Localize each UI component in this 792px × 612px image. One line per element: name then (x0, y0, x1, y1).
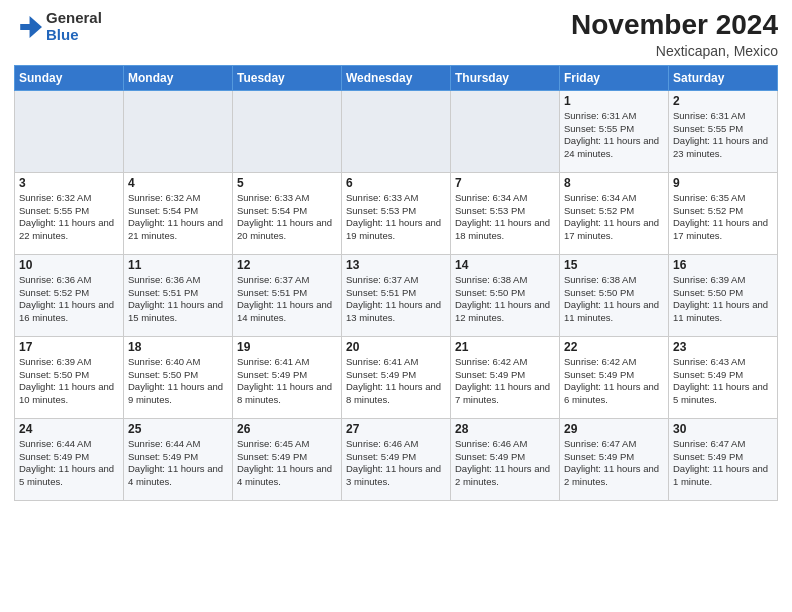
calendar-cell: 16Sunrise: 6:39 AMSunset: 5:50 PMDayligh… (669, 254, 778, 336)
day-number: 1 (564, 94, 664, 108)
calendar-cell: 28Sunrise: 6:46 AMSunset: 5:49 PMDayligh… (451, 418, 560, 500)
day-number: 30 (673, 422, 773, 436)
calendar-cell: 1Sunrise: 6:31 AMSunset: 5:55 PMDaylight… (560, 90, 669, 172)
svg-marker-0 (20, 16, 42, 38)
day-info: Sunrise: 6:32 AMSunset: 5:55 PMDaylight:… (19, 192, 119, 243)
day-info: Sunrise: 6:36 AMSunset: 5:51 PMDaylight:… (128, 274, 228, 325)
calendar-cell: 12Sunrise: 6:37 AMSunset: 5:51 PMDayligh… (233, 254, 342, 336)
day-info: Sunrise: 6:35 AMSunset: 5:52 PMDaylight:… (673, 192, 773, 243)
logo-text: General Blue (46, 10, 102, 43)
day-info: Sunrise: 6:39 AMSunset: 5:50 PMDaylight:… (19, 356, 119, 407)
day-info: Sunrise: 6:37 AMSunset: 5:51 PMDaylight:… (237, 274, 337, 325)
day-header-monday: Monday (124, 65, 233, 90)
calendar-cell: 4Sunrise: 6:32 AMSunset: 5:54 PMDaylight… (124, 172, 233, 254)
day-info: Sunrise: 6:37 AMSunset: 5:51 PMDaylight:… (346, 274, 446, 325)
day-info: Sunrise: 6:31 AMSunset: 5:55 PMDaylight:… (564, 110, 664, 161)
day-headers-row: SundayMondayTuesdayWednesdayThursdayFrid… (15, 65, 778, 90)
day-number: 5 (237, 176, 337, 190)
calendar-cell: 2Sunrise: 6:31 AMSunset: 5:55 PMDaylight… (669, 90, 778, 172)
day-number: 24 (19, 422, 119, 436)
day-number: 6 (346, 176, 446, 190)
calendar-cell: 15Sunrise: 6:38 AMSunset: 5:50 PMDayligh… (560, 254, 669, 336)
week-row-4: 17Sunrise: 6:39 AMSunset: 5:50 PMDayligh… (15, 336, 778, 418)
week-row-5: 24Sunrise: 6:44 AMSunset: 5:49 PMDayligh… (15, 418, 778, 500)
day-number: 9 (673, 176, 773, 190)
day-number: 25 (128, 422, 228, 436)
day-info: Sunrise: 6:36 AMSunset: 5:52 PMDaylight:… (19, 274, 119, 325)
day-info: Sunrise: 6:44 AMSunset: 5:49 PMDaylight:… (19, 438, 119, 489)
week-row-1: 1Sunrise: 6:31 AMSunset: 5:55 PMDaylight… (15, 90, 778, 172)
calendar-cell (342, 90, 451, 172)
calendar-cell: 24Sunrise: 6:44 AMSunset: 5:49 PMDayligh… (15, 418, 124, 500)
calendar: SundayMondayTuesdayWednesdayThursdayFrid… (14, 65, 778, 501)
day-number: 13 (346, 258, 446, 272)
day-info: Sunrise: 6:33 AMSunset: 5:54 PMDaylight:… (237, 192, 337, 243)
day-number: 22 (564, 340, 664, 354)
calendar-cell: 17Sunrise: 6:39 AMSunset: 5:50 PMDayligh… (15, 336, 124, 418)
day-info: Sunrise: 6:41 AMSunset: 5:49 PMDaylight:… (346, 356, 446, 407)
day-info: Sunrise: 6:47 AMSunset: 5:49 PMDaylight:… (564, 438, 664, 489)
day-info: Sunrise: 6:34 AMSunset: 5:52 PMDaylight:… (564, 192, 664, 243)
day-info: Sunrise: 6:31 AMSunset: 5:55 PMDaylight:… (673, 110, 773, 161)
day-number: 27 (346, 422, 446, 436)
calendar-cell (233, 90, 342, 172)
day-number: 29 (564, 422, 664, 436)
calendar-cell: 8Sunrise: 6:34 AMSunset: 5:52 PMDaylight… (560, 172, 669, 254)
day-info: Sunrise: 6:33 AMSunset: 5:53 PMDaylight:… (346, 192, 446, 243)
day-number: 8 (564, 176, 664, 190)
week-row-2: 3Sunrise: 6:32 AMSunset: 5:55 PMDaylight… (15, 172, 778, 254)
day-number: 4 (128, 176, 228, 190)
logo-general-text: General (46, 9, 102, 26)
calendar-cell: 19Sunrise: 6:41 AMSunset: 5:49 PMDayligh… (233, 336, 342, 418)
calendar-cell: 20Sunrise: 6:41 AMSunset: 5:49 PMDayligh… (342, 336, 451, 418)
day-number: 21 (455, 340, 555, 354)
calendar-cell (451, 90, 560, 172)
day-info: Sunrise: 6:46 AMSunset: 5:49 PMDaylight:… (455, 438, 555, 489)
calendar-cell: 5Sunrise: 6:33 AMSunset: 5:54 PMDaylight… (233, 172, 342, 254)
day-header-friday: Friday (560, 65, 669, 90)
calendar-cell: 25Sunrise: 6:44 AMSunset: 5:49 PMDayligh… (124, 418, 233, 500)
day-number: 19 (237, 340, 337, 354)
day-number: 12 (237, 258, 337, 272)
calendar-cell: 21Sunrise: 6:42 AMSunset: 5:49 PMDayligh… (451, 336, 560, 418)
day-number: 15 (564, 258, 664, 272)
page: General Blue November 2024 Nexticapan, M… (0, 0, 792, 612)
day-number: 17 (19, 340, 119, 354)
day-number: 14 (455, 258, 555, 272)
day-header-wednesday: Wednesday (342, 65, 451, 90)
day-number: 2 (673, 94, 773, 108)
title-area: November 2024 Nexticapan, Mexico (571, 10, 778, 59)
header: General Blue November 2024 Nexticapan, M… (14, 10, 778, 59)
calendar-cell: 9Sunrise: 6:35 AMSunset: 5:52 PMDaylight… (669, 172, 778, 254)
day-number: 18 (128, 340, 228, 354)
day-info: Sunrise: 6:40 AMSunset: 5:50 PMDaylight:… (128, 356, 228, 407)
calendar-cell: 29Sunrise: 6:47 AMSunset: 5:49 PMDayligh… (560, 418, 669, 500)
day-info: Sunrise: 6:32 AMSunset: 5:54 PMDaylight:… (128, 192, 228, 243)
day-number: 26 (237, 422, 337, 436)
day-number: 16 (673, 258, 773, 272)
day-number: 3 (19, 176, 119, 190)
day-header-thursday: Thursday (451, 65, 560, 90)
calendar-cell: 11Sunrise: 6:36 AMSunset: 5:51 PMDayligh… (124, 254, 233, 336)
calendar-cell: 22Sunrise: 6:42 AMSunset: 5:49 PMDayligh… (560, 336, 669, 418)
day-header-sunday: Sunday (15, 65, 124, 90)
day-number: 28 (455, 422, 555, 436)
calendar-cell: 30Sunrise: 6:47 AMSunset: 5:49 PMDayligh… (669, 418, 778, 500)
day-number: 10 (19, 258, 119, 272)
day-number: 7 (455, 176, 555, 190)
day-info: Sunrise: 6:42 AMSunset: 5:49 PMDaylight:… (455, 356, 555, 407)
calendar-cell: 23Sunrise: 6:43 AMSunset: 5:49 PMDayligh… (669, 336, 778, 418)
day-info: Sunrise: 6:43 AMSunset: 5:49 PMDaylight:… (673, 356, 773, 407)
logo-area: General Blue (14, 10, 102, 43)
month-title: November 2024 (571, 10, 778, 41)
day-number: 23 (673, 340, 773, 354)
day-number: 11 (128, 258, 228, 272)
day-info: Sunrise: 6:38 AMSunset: 5:50 PMDaylight:… (455, 274, 555, 325)
day-info: Sunrise: 6:47 AMSunset: 5:49 PMDaylight:… (673, 438, 773, 489)
calendar-cell: 13Sunrise: 6:37 AMSunset: 5:51 PMDayligh… (342, 254, 451, 336)
calendar-cell: 7Sunrise: 6:34 AMSunset: 5:53 PMDaylight… (451, 172, 560, 254)
day-info: Sunrise: 6:46 AMSunset: 5:49 PMDaylight:… (346, 438, 446, 489)
day-header-saturday: Saturday (669, 65, 778, 90)
calendar-cell: 14Sunrise: 6:38 AMSunset: 5:50 PMDayligh… (451, 254, 560, 336)
day-number: 20 (346, 340, 446, 354)
